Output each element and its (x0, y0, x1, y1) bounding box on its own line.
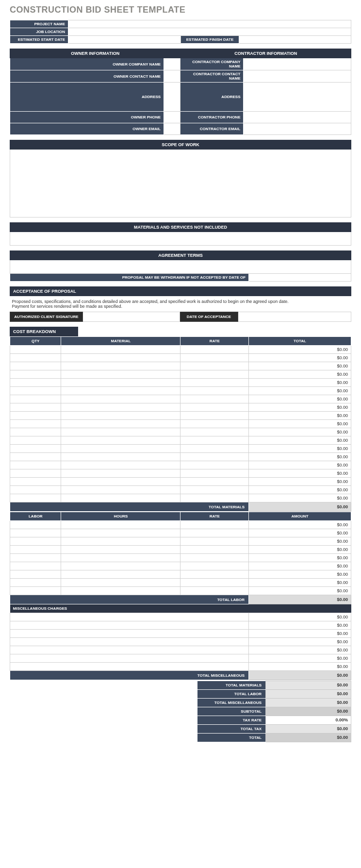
qty-cell[interactable] (10, 354, 61, 362)
not-included-field[interactable] (10, 232, 351, 246)
rate-cell[interactable] (180, 562, 249, 570)
material-cell[interactable] (61, 486, 180, 494)
labor-cell[interactable] (10, 579, 61, 587)
contractor-contact-field[interactable] (244, 70, 351, 83)
material-cell[interactable] (61, 412, 180, 420)
rate-cell[interactable] (180, 362, 249, 370)
material-cell[interactable] (61, 370, 180, 379)
material-cell[interactable] (61, 379, 180, 387)
rate-cell[interactable] (180, 537, 249, 546)
rate-cell[interactable] (180, 529, 249, 537)
material-cell[interactable] (61, 420, 180, 428)
rate-cell[interactable] (180, 379, 249, 387)
material-cell[interactable] (61, 453, 180, 461)
misc-desc-cell[interactable] (10, 613, 249, 621)
qty-cell[interactable] (10, 420, 61, 428)
material-cell[interactable] (61, 478, 180, 486)
hours-cell[interactable] (61, 570, 180, 579)
owner-address-field[interactable] (164, 83, 180, 112)
rate-cell[interactable] (180, 469, 249, 478)
rate-cell[interactable] (180, 461, 249, 469)
job-location-field[interactable] (68, 28, 351, 36)
rate-cell[interactable] (180, 478, 249, 486)
project-name-field[interactable] (68, 20, 351, 28)
qty-cell[interactable] (10, 395, 61, 403)
hours-cell[interactable] (61, 562, 180, 570)
misc-desc-cell[interactable] (10, 654, 249, 663)
material-cell[interactable] (61, 494, 180, 502)
rate-cell[interactable] (180, 546, 249, 554)
rate-cell[interactable] (180, 428, 249, 436)
material-cell[interactable] (61, 395, 180, 403)
rate-cell[interactable] (180, 521, 249, 529)
withdraw-date-field[interactable] (249, 274, 351, 282)
owner-company-field[interactable] (164, 58, 180, 70)
qty-cell[interactable] (10, 412, 61, 420)
qty-cell[interactable] (10, 403, 61, 412)
material-cell[interactable] (61, 469, 180, 478)
owner-phone-field[interactable] (164, 112, 180, 123)
sum-taxrate-value[interactable]: 0.00% (266, 716, 351, 724)
labor-cell[interactable] (10, 562, 61, 570)
hours-cell[interactable] (61, 587, 180, 595)
material-cell[interactable] (61, 403, 180, 412)
rate-cell[interactable] (180, 587, 249, 595)
labor-cell[interactable] (10, 570, 61, 579)
owner-contact-field[interactable] (164, 70, 180, 83)
est-start-field[interactable] (68, 36, 181, 44)
labor-cell[interactable] (10, 546, 61, 554)
rate-cell[interactable] (180, 570, 249, 579)
misc-desc-cell[interactable] (10, 630, 249, 638)
agreement-field[interactable] (10, 260, 351, 274)
material-cell[interactable] (61, 461, 180, 469)
rate-cell[interactable] (180, 346, 249, 354)
qty-cell[interactable] (10, 453, 61, 461)
rate-cell[interactable] (180, 554, 249, 562)
contractor-phone-field[interactable] (244, 112, 351, 123)
rate-cell[interactable] (180, 387, 249, 395)
misc-desc-cell[interactable] (10, 663, 249, 671)
date-accept-field[interactable] (238, 312, 351, 322)
rate-cell[interactable] (180, 370, 249, 379)
labor-cell[interactable] (10, 587, 61, 595)
hours-cell[interactable] (61, 554, 180, 562)
misc-desc-cell[interactable] (10, 638, 249, 646)
est-finish-field[interactable] (239, 36, 351, 44)
qty-cell[interactable] (10, 346, 61, 354)
labor-cell[interactable] (10, 529, 61, 537)
qty-cell[interactable] (10, 387, 61, 395)
material-cell[interactable] (61, 362, 180, 370)
labor-cell[interactable] (10, 537, 61, 546)
contractor-address-field[interactable] (244, 83, 351, 112)
owner-email-field[interactable] (164, 123, 180, 135)
hours-cell[interactable] (61, 537, 180, 546)
contractor-email-field[interactable] (244, 123, 351, 135)
rate-cell[interactable] (180, 453, 249, 461)
rate-cell[interactable] (180, 420, 249, 428)
qty-cell[interactable] (10, 379, 61, 387)
rate-cell[interactable] (180, 494, 249, 502)
qty-cell[interactable] (10, 428, 61, 436)
signature-field[interactable] (83, 312, 180, 322)
rate-cell[interactable] (180, 395, 249, 403)
rate-cell[interactable] (180, 412, 249, 420)
labor-cell[interactable] (10, 554, 61, 562)
hours-cell[interactable] (61, 521, 180, 529)
qty-cell[interactable] (10, 486, 61, 494)
rate-cell[interactable] (180, 436, 249, 445)
labor-cell[interactable] (10, 521, 61, 529)
contractor-company-field[interactable] (244, 58, 351, 70)
rate-cell[interactable] (180, 579, 249, 587)
material-cell[interactable] (61, 428, 180, 436)
qty-cell[interactable] (10, 370, 61, 379)
material-cell[interactable] (61, 346, 180, 354)
qty-cell[interactable] (10, 478, 61, 486)
qty-cell[interactable] (10, 362, 61, 370)
material-cell[interactable] (61, 445, 180, 453)
qty-cell[interactable] (10, 461, 61, 469)
qty-cell[interactable] (10, 445, 61, 453)
qty-cell[interactable] (10, 494, 61, 502)
hours-cell[interactable] (61, 579, 180, 587)
hours-cell[interactable] (61, 546, 180, 554)
misc-desc-cell[interactable] (10, 621, 249, 630)
